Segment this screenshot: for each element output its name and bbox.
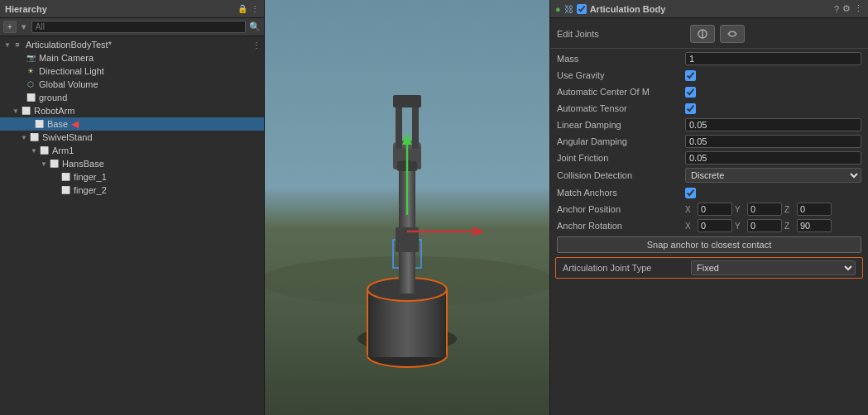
tree-label: Global Volume <box>39 79 98 89</box>
match-anchors-row: Match Anchors <box>550 184 868 201</box>
tree-label: finger_2 <box>74 185 107 195</box>
more-icon[interactable]: ⋮ <box>251 4 259 13</box>
snap-anchor-row: Snap anchor to closest contact <box>550 234 868 255</box>
cube-icon: ⬜ <box>60 184 71 196</box>
expand-arrow: ▼ <box>12 107 20 115</box>
inspector-panel: ● ⛓ Articulation Body ? ⚙ ⋮ Edit Joints … <box>549 0 868 415</box>
use-gravity-checkbox[interactable] <box>685 70 696 81</box>
auto-center-checkbox[interactable] <box>685 87 696 98</box>
anchor-rot-z-input[interactable] <box>797 219 832 232</box>
auto-tensor-label: Automatic Tensor <box>557 103 685 113</box>
mass-input[interactable] <box>685 52 861 65</box>
cube-icon: ⬜ <box>28 131 40 143</box>
cube-icon: ⬜ <box>25 92 36 103</box>
inspector-header: ● ⛓ Articulation Body ? ⚙ ⋮ <box>550 0 868 18</box>
tree-item-base[interactable]: ⬜ Base ◀ <box>0 117 264 131</box>
search-icon[interactable]: 🔍 <box>249 21 261 32</box>
joint-type-select[interactable]: Fixed Prismatic Revolute Spherical <box>691 260 856 275</box>
more-icon[interactable]: ⋮ <box>854 3 863 14</box>
tree-item-hansbase[interactable]: ▼ ⬜ HansBase <box>0 157 264 170</box>
light-icon: ☀ <box>25 65 36 77</box>
lock-icon[interactable]: 🔒 <box>237 4 247 13</box>
inspector-title: Articulation Body <box>590 4 831 14</box>
tree-item-swivelstand[interactable]: ▼ ⬜ SwivelStand <box>0 131 264 144</box>
hierarchy-header: Hierarchy 🔒 ⋮ <box>0 0 264 18</box>
edit-joints-row: Edit Joints <box>550 21 868 46</box>
linear-damping-label: Linear Damping <box>557 120 685 130</box>
expand-arrow: ▼ <box>40 160 48 168</box>
tree-item-articulationbodytest[interactable]: ▼ ≡ ArticulationBodyTest* ⋮ <box>0 38 264 51</box>
arrow-down-icon: ▼ <box>20 22 28 31</box>
match-anchors-label: Match Anchors <box>557 188 685 198</box>
header-icons: 🔒 ⋮ <box>237 4 259 13</box>
anchor-rotation-value: X Y Z <box>685 219 861 232</box>
joint-type-label: Articulation Joint Type <box>563 263 691 273</box>
add-button[interactable]: + <box>3 21 17 33</box>
mass-value <box>685 52 861 65</box>
tree-label: finger_1 <box>74 172 107 182</box>
tree-item-robotarm[interactable]: ▼ ⬜ RobotArm <box>0 104 264 117</box>
joint-friction-input[interactable] <box>685 151 861 165</box>
joint-type-row: Articulation Joint Type Fixed Prismatic … <box>555 257 863 279</box>
anchor-pos-y-input[interactable] <box>747 203 782 216</box>
edit-joints-btn2[interactable] <box>720 25 745 43</box>
tree-label: Base <box>47 119 68 129</box>
scene-panel[interactable] <box>265 0 549 415</box>
mass-row: Mass <box>550 50 868 67</box>
tree-label: Directional Light <box>39 66 104 76</box>
tree-item-ground[interactable]: ⬜ ground <box>0 91 264 104</box>
anchor-pos-x-input[interactable] <box>698 203 732 216</box>
anchor-rotation-xyz: X Y Z <box>685 219 832 232</box>
edit-joints-btn1[interactable] <box>690 25 715 43</box>
tree-item-arm1[interactable]: ▼ ⬜ Arm1 <box>0 144 264 157</box>
tree-item-directionallight[interactable]: ☀ Directional Light <box>0 64 264 78</box>
expand-arrow: ▼ <box>30 147 38 155</box>
cube-icon: ⬜ <box>38 145 50 156</box>
expand-arrow: ▼ <box>20 134 28 141</box>
use-gravity-row: Use Gravity <box>550 67 868 83</box>
scene-svg <box>265 0 549 415</box>
cube-icon: ⬜ <box>48 158 60 169</box>
component-enable-checkbox[interactable] <box>577 4 587 14</box>
tree-item-finger2[interactable]: ⬜ finger_2 <box>0 184 264 197</box>
angular-damping-input[interactable] <box>685 135 861 148</box>
snap-anchor-button[interactable]: Snap anchor to closest contact <box>557 236 861 253</box>
anchor-rot-x-input[interactable] <box>698 219 732 232</box>
tree-item-maincamera[interactable]: 📷 Main Camera <box>0 51 264 64</box>
linear-damping-value <box>685 118 861 131</box>
collision-detection-select[interactable]: Discrete Continuous Continuous Dynamic <box>685 168 861 183</box>
hierarchy-toolbar: + ▼ 🔍 <box>0 18 264 36</box>
y-label: Y <box>735 205 745 214</box>
joint-friction-value <box>685 151 861 165</box>
tree-item-finger1[interactable]: ⬜ finger_1 <box>0 170 264 184</box>
use-gravity-label: Use Gravity <box>557 70 685 80</box>
help-icon[interactable]: ? <box>834 4 839 14</box>
search-input[interactable] <box>31 21 246 33</box>
x-label: X <box>685 205 695 214</box>
tree-item-globalvolume[interactable]: ⬡ Global Volume <box>0 78 264 91</box>
tree-label: SwivelStand <box>42 132 93 142</box>
anchor-pos-z-input[interactable] <box>797 203 832 216</box>
tree-label: ArticulationBodyTest* <box>26 40 112 50</box>
settings-icon[interactable]: ⚙ <box>842 3 851 14</box>
x-label: X <box>685 222 695 231</box>
match-anchors-checkbox[interactable] <box>685 188 696 198</box>
angular-damping-label: Angular Damping <box>557 136 685 146</box>
anchor-position-row: Anchor Position X Y Z <box>550 201 868 217</box>
auto-tensor-row: Automatic Tensor <box>550 100 868 117</box>
angular-damping-value <box>685 135 861 148</box>
anchor-rotation-row: Anchor Rotation X Y Z <box>550 217 868 234</box>
y-label: Y <box>735 222 745 231</box>
linear-damping-input[interactable] <box>685 118 861 131</box>
collision-detection-row: Collision Detection Discrete Continuous … <box>550 166 868 184</box>
tree-area: ▼ ≡ ArticulationBodyTest* ⋮ 📷 Main Camer… <box>0 36 264 415</box>
cube-icon: ⬜ <box>60 171 71 183</box>
cube-icon: ⬜ <box>20 105 31 117</box>
anchor-rot-y-input[interactable] <box>747 219 782 232</box>
auto-tensor-checkbox[interactable] <box>685 103 696 114</box>
joint-type-value: Fixed Prismatic Revolute Spherical <box>691 260 856 275</box>
angular-damping-row: Angular Damping <box>550 133 868 150</box>
item-more-icon[interactable]: ⋮ <box>252 41 261 50</box>
anchor-rotation-label: Anchor Rotation <box>557 221 685 231</box>
auto-center-row: Automatic Center Of M <box>550 83 868 100</box>
